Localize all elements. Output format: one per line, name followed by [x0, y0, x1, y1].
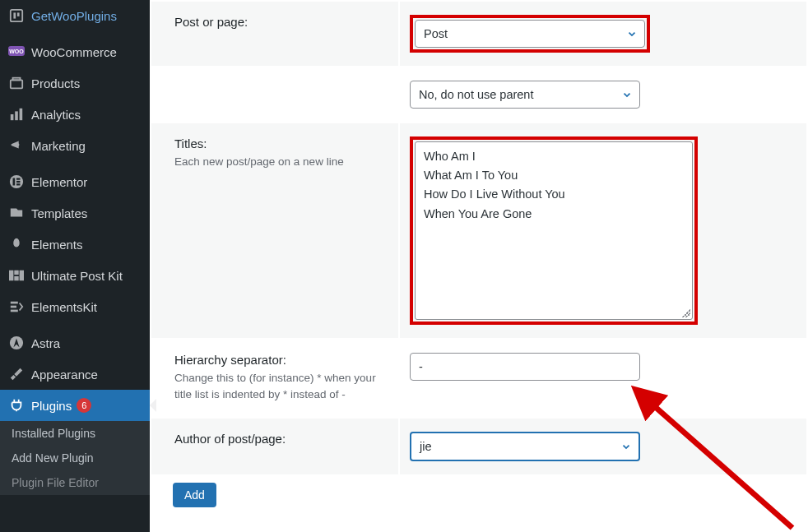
sidebar-item-label: Marketing [31, 139, 86, 153]
author-label: Author of post/page: [174, 432, 388, 446]
templates-icon [8, 205, 25, 221]
svg-rect-15 [9, 271, 13, 281]
sidebar-item-label: Templates [31, 206, 87, 220]
sidebar-item-products[interactable]: Products [0, 67, 150, 99]
plugins-icon [8, 397, 25, 414]
svg-rect-11 [13, 178, 16, 186]
woo-icon: WOO [8, 44, 25, 60]
parent-select[interactable]: No, do not use parent [410, 81, 640, 109]
svg-rect-14 [16, 183, 21, 185]
sidebar-item-label: Elementor [31, 175, 87, 189]
highlight-post-select: Post [410, 15, 650, 53]
hierarchy-label: Hierarchy separator: [174, 353, 388, 367]
appearance-icon [8, 366, 25, 382]
post-or-page-select[interactable]: Post [415, 20, 645, 48]
add-button[interactable]: Add [173, 483, 216, 507]
titles-help: Each new post/page on a new line [174, 154, 388, 170]
svg-rect-8 [15, 111, 18, 120]
sidebar-item-label: WooCommerce [31, 45, 117, 59]
submenu-add-new-plugin[interactable]: Add New Plugin [0, 446, 150, 470]
highlight-titles: Who Am I What Am I To You How Do I Live … [410, 136, 698, 325]
sidebar-item-appearance[interactable]: Appearance [0, 359, 150, 390]
upk-icon [8, 267, 25, 284]
sidebar-item-label: Ultimate Post Kit [31, 269, 123, 283]
submenu-plugin-file-editor[interactable]: Plugin File Editor [0, 470, 150, 495]
sidebar-item-upk[interactable]: Ultimate Post Kit [0, 260, 150, 291]
svg-rect-5 [11, 80, 22, 88]
sidebar-item-ekit[interactable]: ElementsKit [0, 291, 150, 322]
submenu-installed-plugins[interactable]: Installed Plugins [0, 421, 150, 446]
analytics-icon [8, 106, 25, 123]
sidebar-item-templates[interactable]: Templates [0, 197, 150, 229]
admin-sidebar: GetWooPlugins WOO WooCommerce Products A… [0, 0, 150, 532]
elementor-icon [8, 173, 25, 190]
main-content: Post or page: Post No, do not use parent [150, 0, 808, 532]
sidebar-item-label: Analytics [31, 108, 81, 122]
svg-rect-9 [20, 109, 23, 120]
chevron-down-icon [620, 441, 632, 452]
svg-rect-20 [11, 306, 16, 308]
svg-rect-12 [16, 178, 21, 180]
plugins-submenu: Installed Plugins Add New Plugin Plugin … [0, 421, 150, 495]
hierarchy-input[interactable] [410, 353, 640, 381]
chevron-down-icon [626, 28, 638, 39]
svg-rect-18 [20, 271, 24, 281]
sidebar-item-elementor[interactable]: Elementor [0, 166, 150, 197]
sidebar-item-marketing[interactable]: Marketing [0, 130, 150, 161]
post-or-page-label: Post or page: [174, 15, 388, 29]
svg-rect-21 [11, 310, 18, 312]
chevron-down-icon [621, 89, 633, 100]
sidebar-item-label: Products [31, 76, 80, 90]
sidebar-item-label: Astra [31, 336, 60, 350]
sidebar-item-astra[interactable]: Astra [0, 327, 150, 359]
svg-rect-7 [11, 114, 14, 120]
svg-rect-17 [14, 276, 18, 280]
gwp-icon [8, 7, 25, 24]
sidebar-item-label: Elements [31, 238, 83, 252]
sidebar-item-elements[interactable]: Elements [0, 229, 150, 260]
parent-value: No, do not use parent [419, 88, 533, 101]
sidebar-item-label: ElementsKit [31, 300, 97, 314]
sidebar-item-getwooplugins[interactable]: GetWooPlugins [0, 0, 150, 31]
hierarchy-help: Change this to (for instance) * when you… [174, 370, 388, 404]
svg-rect-2 [17, 12, 20, 16]
marketing-icon [8, 137, 25, 154]
sidebar-item-label: GetWooPlugins [31, 9, 117, 23]
author-value: jie [420, 440, 432, 453]
sidebar-item-label: Appearance [31, 368, 98, 382]
sidebar-item-plugins[interactable]: Plugins 6 [0, 390, 150, 421]
svg-rect-6 [13, 78, 21, 81]
svg-rect-0 [11, 10, 22, 21]
sidebar-item-woocommerce[interactable]: WOO WooCommerce [0, 36, 150, 67]
svg-rect-13 [16, 181, 21, 183]
sidebar-item-analytics[interactable]: Analytics [0, 99, 150, 130]
titles-textarea[interactable]: Who Am I What Am I To You How Do I Live … [415, 141, 693, 320]
svg-text:WOO: WOO [9, 49, 24, 54]
products-icon [8, 75, 25, 91]
astra-icon [8, 335, 25, 351]
elements-icon [8, 236, 25, 252]
ekit-icon [8, 298, 25, 315]
plugins-badge: 6 [77, 398, 91, 413]
author-select[interactable]: jie [410, 432, 640, 461]
post-or-page-value: Post [424, 27, 448, 40]
titles-label: Titles: [174, 136, 388, 150]
svg-rect-16 [14, 271, 18, 275]
svg-rect-19 [11, 302, 18, 304]
sidebar-item-label: Plugins [31, 399, 72, 413]
svg-rect-1 [13, 12, 16, 18]
